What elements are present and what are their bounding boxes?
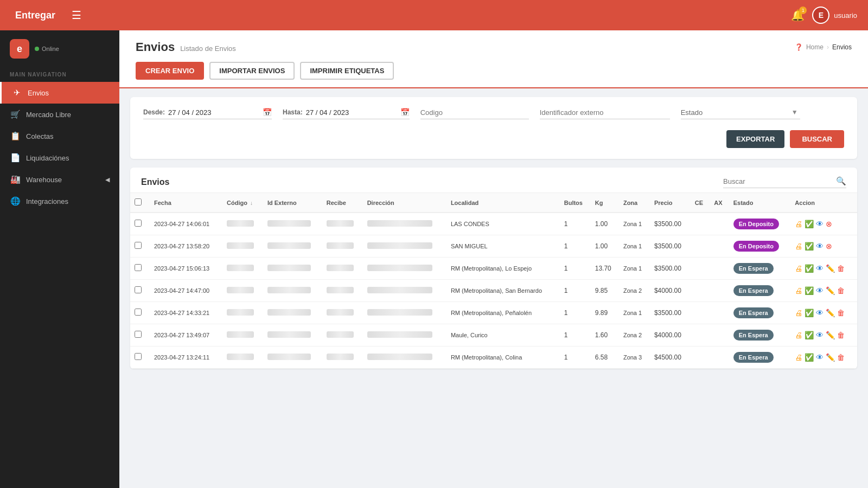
integraciones-icon: 🌐	[10, 196, 21, 206]
action-print-6[interactable]: 🖨	[795, 353, 802, 362]
action-view-2[interactable]: 👁	[816, 264, 824, 273]
hasta-input[interactable]	[306, 108, 397, 117]
cell-estado-1: En Deposito	[729, 235, 791, 258]
cell-recibe-5	[322, 324, 363, 346]
identificador-input[interactable]	[540, 108, 670, 119]
action-print-5[interactable]: 🖨	[795, 331, 802, 339]
cell-estado-2: En Espera	[729, 258, 791, 280]
page-subtitle: Listado de Envios	[180, 44, 236, 53]
imprimir-etiquetas-button[interactable]: IMPRIMIR ETIQUETAS	[300, 62, 394, 80]
action-check-1[interactable]: ✅	[805, 242, 814, 251]
sidebar-item-liquidaciones[interactable]: 📄 Liquidaciónes	[0, 147, 119, 169]
action-print-4[interactable]: 🖨	[795, 309, 802, 317]
row-checkbox-2[interactable]	[135, 264, 142, 271]
action-check-5[interactable]: ✅	[805, 331, 814, 339]
action-check-3[interactable]: ✅	[805, 286, 814, 295]
crear-envio-button[interactable]: CREAR ENVIO	[136, 62, 204, 80]
col-localidad: Localidad	[446, 193, 560, 213]
sidebar-item-colectas[interactable]: 📋 Colectas	[0, 125, 119, 147]
select-all-checkbox[interactable]	[135, 198, 142, 206]
cell-direccion-0	[363, 213, 446, 235]
action-print-2[interactable]: 🖨	[795, 264, 802, 273]
action-delete-2[interactable]: 🗑	[837, 264, 845, 273]
action-print-3[interactable]: 🖨	[795, 286, 802, 295]
table-row: 2023-04-27 14:06:01 LAS CONDES 1 1.00 Zo…	[130, 213, 857, 235]
table-row: 2023-04-27 13:58:20 SAN MIGUEL 1 1.00 Zo…	[130, 235, 857, 258]
col-ax: AX	[710, 193, 729, 213]
action-check-0[interactable]: ✅	[805, 220, 814, 228]
hasta-calendar-icon[interactable]: 📅	[400, 108, 410, 117]
action-delete-5[interactable]: 🗑	[837, 331, 845, 339]
table-search: 🔍	[723, 176, 846, 188]
action-edit-5[interactable]: ✏️	[826, 331, 835, 339]
table-row: 2023-04-27 14:33:21 RM (Metropolitana), …	[130, 302, 857, 324]
action-check-4[interactable]: ✅	[805, 309, 814, 317]
sidebar-label-mercado-libre: Mercado Libre	[26, 111, 71, 119]
action-view-0[interactable]: 👁	[816, 220, 824, 228]
cell-fecha-5: 2023-04-27 13:49:07	[150, 324, 222, 346]
cell-bultos-5: 1	[560, 324, 591, 346]
action-print-1[interactable]: 🖨	[795, 242, 802, 251]
sidebar-item-mercado-libre[interactable]: 🛒 Mercado Libre	[0, 104, 119, 125]
action-delete-3[interactable]: 🗑	[837, 286, 845, 295]
hamburger-icon[interactable]: ☰	[72, 9, 81, 22]
action-view-1[interactable]: 👁	[816, 242, 824, 251]
liquidaciones-icon: 📄	[10, 153, 21, 163]
row-checkbox-4[interactable]	[135, 309, 142, 316]
action-cancel-1[interactable]: ⊗	[826, 242, 832, 251]
action-cancel-0[interactable]: ⊗	[826, 220, 832, 228]
cell-idexterno-2	[263, 258, 322, 280]
action-delete-6[interactable]: 🗑	[837, 353, 845, 362]
col-accion: Accion	[790, 193, 857, 213]
desde-calendar-icon[interactable]: 📅	[263, 108, 272, 117]
cell-accion-4: 🖨 ✅ 👁 ✏️ 🗑	[790, 302, 857, 324]
user-menu[interactable]: E usuario	[812, 7, 857, 24]
action-view-5[interactable]: 👁	[816, 331, 824, 339]
action-edit-3[interactable]: ✏️	[826, 286, 835, 295]
buscar-button[interactable]: BUSCAR	[790, 130, 844, 148]
action-print-0[interactable]: 🖨	[795, 220, 802, 228]
cell-zona-4: Zona 1	[619, 302, 650, 324]
bell-icon[interactable]: 🔔 1	[791, 9, 805, 22]
cell-localidad-1: SAN MIGUEL	[446, 235, 560, 258]
col-id-externo: Id Externo	[263, 193, 322, 213]
filter-desde: Desde: 📅	[143, 108, 272, 119]
desde-input[interactable]	[168, 108, 259, 117]
estado-select[interactable]: Estado En Deposito En Espera Entregado C…	[681, 108, 800, 119]
action-view-4[interactable]: 👁	[816, 309, 824, 317]
cell-ax-3	[710, 280, 729, 302]
status-badge-2: En Espera	[733, 263, 774, 274]
action-edit-2[interactable]: ✏️	[826, 264, 835, 273]
row-checkbox-6[interactable]	[135, 353, 142, 360]
cell-ce-4	[691, 302, 710, 324]
cell-localidad-3: RM (Metropolitana), San Bernardo	[446, 280, 560, 302]
row-checkbox-0[interactable]	[135, 220, 142, 227]
action-check-6[interactable]: ✅	[805, 353, 814, 362]
breadcrumb-current: Envios	[832, 43, 852, 51]
action-edit-6[interactable]: ✏️	[826, 353, 835, 362]
sidebar-label-envios: Envios	[28, 89, 49, 97]
search-icon[interactable]: 🔍	[836, 176, 846, 186]
brand-icon: e	[10, 39, 29, 59]
row-checkbox-3[interactable]	[135, 286, 142, 293]
codigo-input[interactable]	[420, 108, 529, 119]
action-check-2[interactable]: ✅	[805, 264, 814, 273]
table-search-input[interactable]	[723, 177, 832, 185]
table-row: 2023-04-27 13:49:07 Maule, Curico 1 1.60…	[130, 324, 857, 346]
row-checkbox-1[interactable]	[135, 242, 142, 249]
sidebar-item-integraciones[interactable]: 🌐 Integraciones	[0, 190, 119, 212]
action-delete-4[interactable]: 🗑	[837, 309, 845, 317]
row-checkbox-5[interactable]	[135, 331, 142, 338]
cell-estado-3: En Espera	[729, 280, 791, 302]
importar-envios-button[interactable]: IMPORTAR ENVIOS	[209, 62, 295, 80]
action-edit-4[interactable]: ✏️	[826, 309, 835, 317]
sidebar-item-warehouse[interactable]: 🏭 Warehouse ◀	[0, 169, 119, 190]
action-view-6[interactable]: 👁	[816, 353, 824, 362]
cell-recibe-4	[322, 302, 363, 324]
col-codigo[interactable]: Código ↓	[222, 193, 263, 213]
cell-fecha-4: 2023-04-27 14:33:21	[150, 302, 222, 324]
action-view-3[interactable]: 👁	[816, 286, 824, 295]
breadcrumb-home[interactable]: Home	[806, 43, 824, 51]
sidebar-item-envios[interactable]: ✈ Envios	[0, 82, 119, 104]
exportar-button[interactable]: EXPORTAR	[726, 130, 784, 148]
